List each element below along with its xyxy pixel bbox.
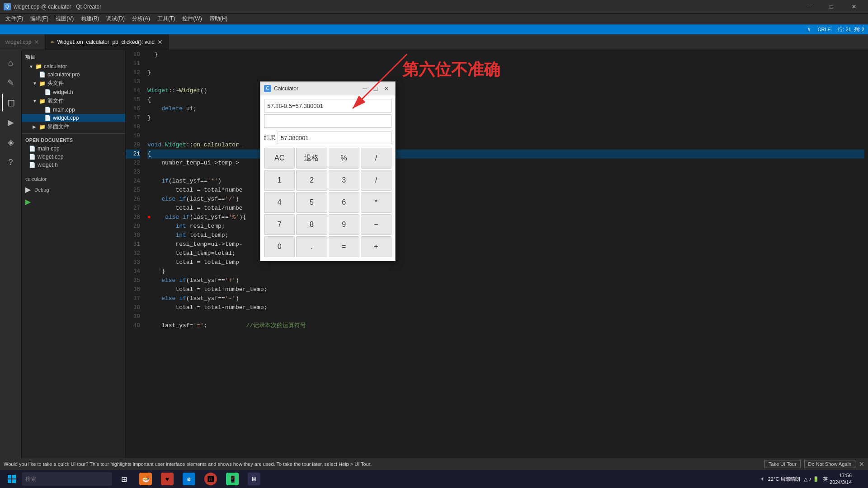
code-content[interactable]: } } Widget::~Widget() { delete ui; } voi…	[144, 50, 868, 478]
calc-plus[interactable]: +	[361, 236, 392, 257]
do-not-show-button[interactable]: Do Not Show Again	[804, 460, 855, 468]
calc-8[interactable]: 8	[296, 214, 327, 235]
take-tour-button[interactable]: Take UI Tour	[764, 460, 801, 468]
calc-2[interactable]: 2	[296, 170, 327, 191]
tree-icon: 📄	[44, 107, 51, 113]
menu-help[interactable]: 帮助(H)	[206, 14, 231, 24]
weather-text: ☀	[760, 476, 764, 482]
tab-close-1[interactable]: ✕	[34, 38, 39, 46]
calc-0[interactable]: 0	[264, 236, 295, 257]
tree-widget-cpp[interactable]: 📄 widget.cpp	[22, 114, 125, 122]
code-line-35: else if(last_ysf=='+')	[147, 276, 864, 285]
menu-tools[interactable]: 工具(T)	[154, 14, 179, 24]
menu-file[interactable]: 文件(F)	[2, 14, 27, 24]
calc-display-1[interactable]	[264, 99, 392, 113]
calc-divide[interactable]: /	[361, 148, 392, 169]
debug-panel: ▶ Debug	[22, 183, 125, 196]
calc-minimize[interactable]: ─	[360, 84, 370, 94]
start-debug-icon[interactable]: ▶	[25, 197, 31, 206]
activity-bar: ⌂ ✎ ◫ ▶ ◈ ?	[0, 50, 22, 478]
calc-7[interactable]: 7	[264, 214, 295, 235]
calc-title-label: Calculator	[274, 85, 298, 92]
menu-edit[interactable]: 编辑(E)	[27, 14, 52, 24]
calc-backspace[interactable]: 退格	[296, 148, 327, 169]
calc-ac[interactable]: AC	[264, 148, 295, 169]
editor-area: 10 11 12 13 14 15 16 17 18 19 20 21 22 2…	[126, 50, 868, 478]
taskbar-app-green[interactable]: 📱	[222, 471, 242, 487]
tree-forms[interactable]: ▶ 📁 界面文件	[22, 122, 125, 131]
calc-maximize[interactable]: □	[371, 84, 381, 94]
close-button[interactable]: ✕	[844, 0, 864, 13]
tab-widget-cpp[interactable]: widget.cpp ✕	[0, 34, 45, 50]
activity-design[interactable]: ◫	[2, 94, 20, 112]
debug-controls[interactable]: ▶	[22, 196, 125, 208]
tree-widget-h[interactable]: 📄 widget.h	[22, 88, 125, 96]
calc-1[interactable]: 1	[264, 170, 295, 191]
calc-dot[interactable]: .	[296, 236, 327, 257]
taskbar-app-red[interactable]: 🅰	[201, 471, 221, 487]
menu-debug[interactable]: 调试(D)	[103, 14, 128, 24]
activity-project[interactable]: ◈	[2, 133, 20, 151]
maximize-button[interactable]: □	[821, 0, 842, 13]
show-desktop-button[interactable]	[854, 471, 864, 487]
tab-on-calculator[interactable]: ✏ Widget::on_calculator_pb_clicked(): vo…	[45, 34, 168, 50]
taskbar-app-taskview[interactable]: ⊞	[114, 471, 134, 487]
menu-build[interactable]: 构建(B)	[77, 14, 103, 24]
tree-label: widget.cpp	[53, 115, 79, 121]
code-line-17: }	[147, 113, 864, 122]
calc-close[interactable]: ✕	[382, 84, 392, 94]
calc-6[interactable]: 6	[329, 192, 359, 213]
code-line-12: }	[147, 68, 864, 77]
taskbar-app-monitor[interactable]: 🖥	[244, 471, 264, 487]
menu-view[interactable]: 视图(V)	[52, 14, 77, 24]
tab-close-2[interactable]: ✕	[157, 38, 163, 46]
calc-divide-2[interactable]: /	[361, 170, 392, 191]
calculator-dialog[interactable]: C Calculator ─ □ ✕ 结果 AC 退格 % / 1 2	[260, 81, 396, 261]
design-icon: ◫	[7, 98, 15, 108]
tree-sources[interactable]: ▼ 📁 源文件	[22, 96, 125, 106]
calc-title-left: C Calculator	[264, 85, 298, 92]
open-doc-widget-h[interactable]: 📄 widget.h	[22, 161, 125, 169]
taskbar-app-food[interactable]: 🍜	[136, 471, 156, 487]
activity-debug[interactable]: ▶	[2, 113, 20, 131]
notification-close-icon[interactable]: ✕	[859, 460, 864, 468]
tree-calculator[interactable]: ▼ 📁 calculator	[22, 62, 125, 70]
calc-3[interactable]: 3	[329, 170, 359, 191]
calc-equals[interactable]: =	[329, 236, 359, 257]
taskbar-app-2[interactable]: ♥	[157, 471, 177, 487]
calc-minus[interactable]: −	[361, 214, 392, 235]
calc-icon: C	[264, 85, 271, 92]
minimize-button[interactable]: ─	[798, 0, 819, 13]
activity-help[interactable]: ?	[2, 153, 20, 171]
tree-headers[interactable]: ▼ 📁 头文件	[22, 79, 125, 88]
menu-analyze[interactable]: 分析(A)	[128, 14, 154, 24]
calc-multiply[interactable]: *	[361, 192, 392, 213]
code-editor[interactable]: 10 11 12 13 14 15 16 17 18 19 20 21 22 2…	[126, 50, 868, 478]
project-icon: ◈	[8, 137, 14, 147]
calc-9[interactable]: 9	[329, 214, 359, 235]
tree-calculator-pro[interactable]: 📄 calculator.pro	[22, 70, 125, 79]
taskbar-search-input[interactable]	[22, 472, 112, 486]
code-line-34: }	[147, 267, 864, 276]
calc-controls: ─ □ ✕	[360, 84, 392, 94]
open-doc-widget-cpp[interactable]: 📄 widget.cpp	[22, 153, 125, 161]
code-line-25: total = total*numbe	[147, 186, 864, 195]
activity-welcome[interactable]: ⌂	[2, 54, 20, 72]
calc-result-input[interactable]	[278, 131, 392, 144]
tab-label-1: widget.cpp	[5, 39, 31, 45]
taskbar-app-edge[interactable]: e	[179, 471, 199, 487]
menu-controls[interactable]: 控件(W)	[179, 14, 205, 24]
tree-main-cpp[interactable]: 📄 main.cpp	[22, 106, 125, 114]
code-line-15: {	[147, 95, 864, 104]
activity-editor[interactable]: ✎	[2, 74, 20, 92]
calc-5[interactable]: 5	[296, 192, 327, 213]
calc-percent[interactable]: %	[329, 148, 359, 169]
calc-display-2[interactable]	[264, 114, 392, 128]
calc-4[interactable]: 4	[264, 192, 295, 213]
code-line-24: if(last_ysf=='*')	[147, 177, 864, 186]
start-button[interactable]	[4, 471, 20, 487]
doc-label: main.cpp	[38, 145, 60, 152]
main-layout: ⌂ ✎ ◫ ▶ ◈ ? 项目 ▼ 📁 calculator	[0, 50, 868, 478]
menu-bar: 文件(F) 编辑(E) 视图(V) 构建(B) 调试(D) 分析(A) 工具(T…	[0, 14, 868, 24]
open-doc-main-cpp[interactable]: 📄 main.cpp	[22, 145, 125, 153]
